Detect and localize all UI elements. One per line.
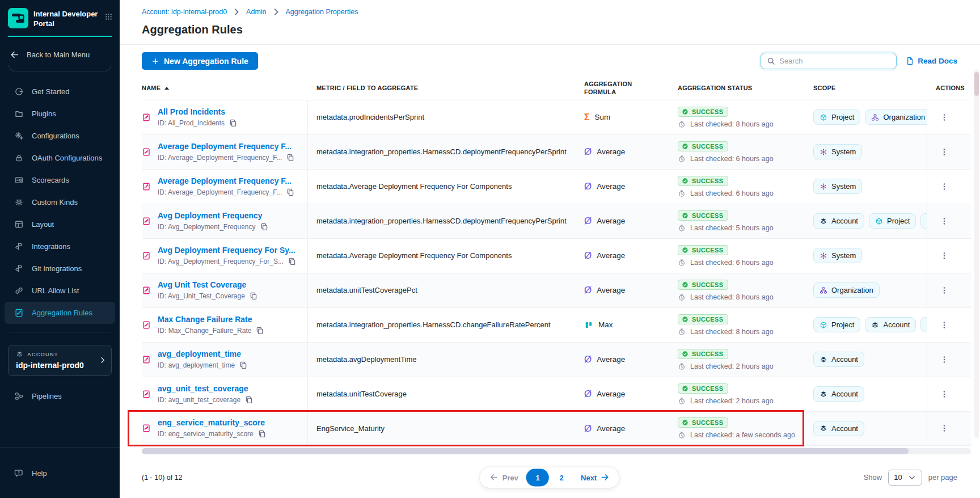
formula-cell: ΣSum	[584, 100, 678, 134]
layout-icon	[14, 220, 24, 229]
column-header-actions: ACTIONS	[927, 84, 971, 92]
row-actions-menu-icon[interactable]	[937, 214, 951, 228]
vertical-scrollbar[interactable]	[974, 69, 979, 438]
row-actions-menu-icon[interactable]	[937, 111, 951, 124]
plus-icon	[151, 57, 159, 65]
status-badge: SUCCESS	[678, 383, 728, 394]
breadcrumb-link-0[interactable]: Account: idp-internal-prod0	[142, 8, 227, 16]
sidebar-item-plugins[interactable]: Plugins	[5, 103, 115, 125]
logo-row: Internal Developer Portal	[0, 0, 120, 35]
vertical-scrollbar-thumb[interactable]	[974, 72, 979, 96]
copy-icon[interactable]	[249, 292, 258, 301]
page-size-select[interactable]: 10	[888, 470, 922, 486]
rule-name-link[interactable]: Average Deployment Frequency F...	[158, 142, 295, 151]
rule-name-link[interactable]: All Prod Incidents	[158, 107, 238, 116]
sidebar-item-oauth-configurations[interactable]: OAuth Configurations	[5, 147, 115, 169]
table-row: Max Change Failure Rate ID: Max_Change_F…	[142, 307, 971, 342]
rule-name-link[interactable]: Avg Deployment Frequency For Sy...	[158, 246, 297, 255]
sidebar-item-git-integrations[interactable]: Git Integrations	[5, 258, 115, 280]
next-page-button[interactable]: Next	[574, 469, 616, 486]
metric-cell: metadata.prodIncidentsPerSprint	[308, 100, 584, 134]
rule-name-link[interactable]: Avg Unit Test Coverage	[158, 280, 258, 289]
average-icon: Ø	[584, 147, 592, 157]
page-button-1[interactable]: 1	[526, 469, 549, 486]
sidebar-item-layout[interactable]: Layout	[5, 213, 115, 235]
metric-cell: metadata.Average Deployment Frequency Fo…	[308, 239, 584, 273]
check-circle-icon	[682, 108, 688, 115]
search-input[interactable]	[779, 57, 890, 65]
read-docs-link[interactable]: Read Docs	[906, 57, 957, 65]
sidebar-item-integrations[interactable]: Integrations	[5, 235, 115, 258]
row-actions-menu-icon[interactable]	[937, 145, 951, 159]
last-checked: Last checked: 8 hours ago	[678, 293, 774, 301]
copy-icon[interactable]	[244, 395, 254, 404]
row-actions-menu-icon[interactable]	[937, 387, 951, 401]
row-actions-menu-icon[interactable]	[937, 180, 951, 193]
actions-cell	[927, 135, 971, 169]
scope-tag-account: Account	[813, 421, 864, 436]
status-badge: SUCCESS	[678, 349, 728, 359]
account-layers-icon	[871, 321, 879, 329]
rule-name-link[interactable]: Avg Deployment Frequency	[158, 211, 269, 220]
sidebar-item-help[interactable]: ? Help	[5, 462, 115, 484]
sidebar-divider	[9, 332, 111, 332]
row-actions-menu-icon[interactable]	[937, 421, 951, 435]
scope-tag-account: Account	[813, 352, 864, 367]
status-badge: SUCCESS	[678, 141, 728, 151]
copy-icon[interactable]	[288, 257, 297, 266]
aggregation-rules-table: NAME METRIC / FIELD TO AGGREGATE AGGREGA…	[142, 77, 971, 454]
name-cell: Max Change Failure Rate ID: Max_Change_F…	[142, 308, 308, 342]
rule-name-link[interactable]: avg_unit_test_coverage	[158, 384, 254, 393]
horizontal-scrollbar[interactable]	[142, 448, 971, 454]
back-to-main-menu[interactable]: Back to Main Menu	[0, 37, 120, 65]
grid-menu-icon[interactable]	[104, 8, 113, 21]
table-header-row: NAME METRIC / FIELD TO AGGREGATE AGGREGA…	[142, 77, 971, 100]
sidebar-item-get-started[interactable]: Get Started	[5, 81, 115, 103]
status-badge: SUCCESS	[678, 417, 728, 428]
row-actions-menu-icon[interactable]	[937, 353, 951, 366]
row-actions-menu-icon[interactable]	[937, 249, 951, 263]
formula-cell: Max	[584, 308, 678, 342]
doc-icon	[906, 57, 914, 65]
copy-icon[interactable]	[255, 326, 264, 335]
copy-icon[interactable]	[239, 361, 248, 370]
sidebar-item-custom-kinds[interactable]: Custom Kinds	[5, 191, 115, 213]
breadcrumb: Account: idp-internal-prod0AdminAggregat…	[142, 7, 957, 16]
breadcrumb-link-1[interactable]: Admin	[246, 8, 266, 16]
sidebar-item-scorecards[interactable]: Scorecards	[5, 169, 115, 191]
prev-page-button[interactable]: Prev	[483, 469, 525, 486]
rule-name-link[interactable]: Max Change Failure Rate	[158, 315, 264, 324]
sidebar-item-pipelines[interactable]: Pipelines	[5, 385, 115, 407]
copy-icon[interactable]	[260, 222, 269, 231]
account-selector[interactable]: ACCOUNT idp-internal-prod0	[8, 345, 112, 376]
sidebar-item-configurations[interactable]: Configurations	[5, 125, 115, 147]
sidebar-item-url-allow-list[interactable]: URL Allow List	[5, 280, 115, 302]
scope-cell: System	[813, 135, 927, 169]
last-checked: Last checked: 8 hours ago	[678, 328, 774, 336]
status-badge: SUCCESS	[678, 280, 728, 290]
horizontal-scrollbar-thumb[interactable]	[142, 448, 909, 454]
table-row: avg_unit_test_coverage ID: avg_unit_test…	[142, 377, 971, 411]
copy-icon[interactable]	[229, 119, 238, 128]
breadcrumb-link-2[interactable]: Aggregation Properties	[286, 8, 358, 16]
aggregation-rule-icon	[142, 355, 151, 364]
sidebar-item-aggregation-rules[interactable]: Aggregation Rules	[5, 302, 115, 324]
copy-icon[interactable]	[257, 429, 267, 438]
rule-name-link[interactable]: Average Deployment Frequency F...	[158, 176, 295, 185]
name-cell: Average Deployment Frequency F... ID: Av…	[142, 135, 308, 169]
last-checked: Last checked: 5 hours ago	[678, 224, 774, 232]
clock-icon	[678, 328, 686, 336]
row-actions-menu-icon[interactable]	[937, 284, 951, 297]
page-button-2[interactable]: 2	[550, 469, 573, 486]
row-actions-menu-icon[interactable]	[937, 318, 951, 332]
rule-name-link[interactable]: eng_service_maturity_score	[158, 418, 267, 427]
aggregation-rule-icon	[142, 217, 151, 226]
sort-ascending-icon[interactable]	[164, 87, 169, 90]
new-aggregation-rule-button[interactable]: New Aggregation Rule	[142, 52, 258, 70]
status-cell: SUCCESS Last checked: 6 hours ago	[678, 239, 813, 273]
copy-icon[interactable]	[286, 188, 295, 197]
svg-text:?: ?	[18, 471, 20, 475]
rule-name-link[interactable]: avg_deployment_time	[158, 349, 248, 358]
table-row: Avg Unit Test Coverage ID: Avg_Unit_Test…	[142, 273, 971, 307]
copy-icon[interactable]	[286, 153, 295, 162]
